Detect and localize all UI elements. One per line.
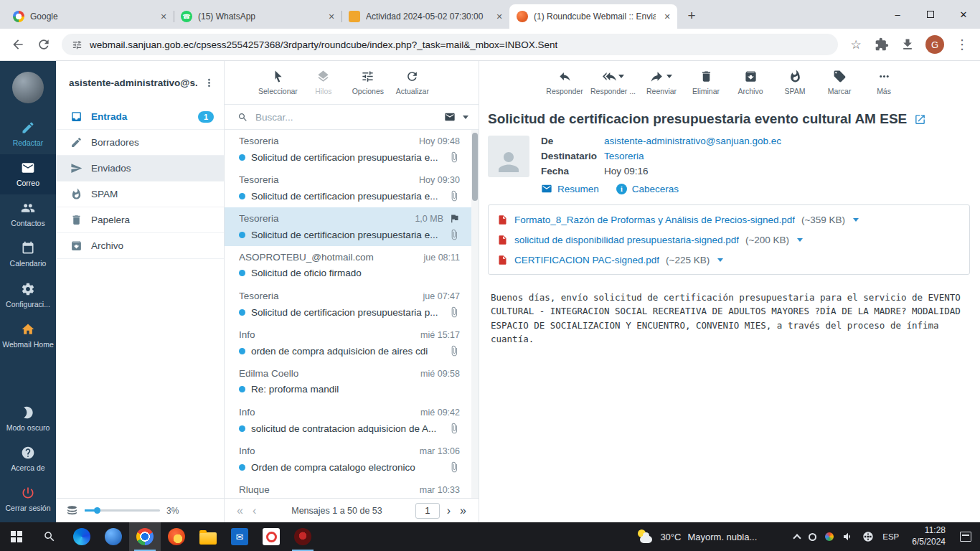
window-close-button[interactable]: ✕	[947, 0, 980, 29]
message-row[interactable]: Rluque mar 10:33	[225, 479, 479, 498]
omnibox[interactable]: webmail.sanjuan.gob.ec/cpsess2554257368/…	[62, 34, 838, 55]
toolbar-button[interactable]: Reenviar	[639, 70, 684, 95]
sidebar-item[interactable]: Calendario	[0, 235, 56, 275]
search-scope-mail-icon[interactable]	[444, 111, 456, 123]
weather-widget[interactable]: 30°C Mayorm. nubla...	[628, 522, 765, 551]
tray-color-app-icon[interactable]	[825, 532, 834, 541]
tab-close-icon[interactable]: ✕	[494, 11, 505, 22]
toolbar-button[interactable]: Archivo	[728, 70, 773, 95]
open-in-new-window-icon[interactable]	[914, 113, 926, 126]
bookmark-star-icon[interactable]: ☆	[848, 37, 864, 52]
first-page-button[interactable]: «	[235, 504, 245, 517]
unread-dot-icon[interactable]	[239, 154, 245, 161]
summary-link[interactable]: Resumen	[541, 183, 599, 194]
message-row[interactable]: Tesoreria Hoy 09:48 Solicitud de certifi…	[225, 130, 479, 169]
taskbar-app[interactable]	[161, 522, 192, 551]
taskbar-app[interactable]	[192, 522, 224, 551]
attachment-menu-caret-icon[interactable]	[717, 258, 723, 262]
browser-menu-icon[interactable]: ⋮	[954, 37, 970, 52]
toolbar-button[interactable]: Eliminar	[684, 70, 728, 95]
window-minimize-button[interactable]: –	[881, 0, 914, 29]
message-row[interactable]: Tesoreria jue 07:47 Solicitud de certifi…	[225, 285, 479, 324]
taskbar-app[interactable]	[287, 522, 319, 551]
toolbar-button[interactable]: Marcar	[817, 70, 862, 95]
taskbar-app[interactable]	[98, 522, 129, 551]
unread-dot-icon[interactable]	[239, 464, 245, 471]
volume-icon[interactable]	[842, 531, 854, 542]
page-url[interactable]: webmail.sanjuan.gob.ec/cpsess2554257368/…	[90, 39, 557, 50]
attachment-name[interactable]: solicitud de disponibilidad presupuestar…	[514, 235, 739, 245]
site-info-icon[interactable]	[72, 39, 83, 50]
sidebar-item[interactable]: Contactos	[0, 194, 56, 235]
attachment-item[interactable]: Formato_8_Razón de Proformas y Análisis …	[497, 209, 961, 230]
downloads-icon[interactable]	[900, 37, 915, 52]
toolbar-button[interactable]: Responder ...	[587, 70, 639, 95]
attachment-name[interactable]: CERTIFICACION PAC-signed.pdf	[514, 255, 659, 265]
scrollbar-thumb[interactable]	[472, 133, 478, 201]
taskbar-app[interactable]	[224, 522, 255, 551]
tab-close-icon[interactable]: ✕	[326, 11, 337, 22]
message-row[interactable]: Tesoreria Hoy 09:30 Solicitud de certifi…	[225, 169, 479, 207]
window-maximize-button[interactable]	[914, 0, 947, 29]
toolbar-button[interactable]: Actualizar	[390, 70, 435, 95]
browser-tab-google[interactable]: Google ✕	[6, 4, 174, 29]
unread-dot-icon[interactable]	[239, 193, 245, 199]
to-address-link[interactable]: Tesoreria	[604, 151, 644, 161]
folder-item[interactable]: Enviados	[56, 156, 224, 182]
toolbar-button[interactable]: Seleccionar	[255, 70, 301, 95]
attachment-menu-caret-icon[interactable]	[853, 218, 859, 222]
message-row[interactable]: Tesoreria 1,0 MB Solicitud de certificac…	[225, 207, 479, 246]
tab-close-icon[interactable]: ✕	[661, 11, 673, 22]
taskbar-app[interactable]	[129, 522, 161, 551]
attachment-menu-caret-icon[interactable]	[797, 238, 803, 242]
search-options-chevron-icon[interactable]	[463, 116, 468, 119]
folder-item[interactable]: Entrada 1	[56, 104, 224, 130]
sidebar-item[interactable]: Correo	[0, 154, 56, 194]
sidebar-item[interactable]: Acerca de	[0, 439, 56, 479]
message-row[interactable]: Info mié 15:17 orden de compra adquisici…	[225, 324, 479, 362]
toolbar-button[interactable]: Más	[862, 70, 906, 95]
taskbar-search-button[interactable]	[33, 522, 66, 551]
next-page-button[interactable]: ›	[445, 504, 453, 517]
folder-item[interactable]: SPAM	[56, 182, 224, 207]
tab-close-icon[interactable]: ✕	[158, 11, 169, 22]
folder-options-icon[interactable]	[203, 77, 215, 89]
attachment-item[interactable]: CERTIFICACION PAC-signed.pdf (~225 KB)	[497, 250, 961, 270]
message-row[interactable]: Info mié 09:42 solicitud de contratacion…	[225, 401, 479, 440]
message-row[interactable]: Info mar 13:06 Orden de compra catalogo …	[225, 440, 479, 479]
taskbar-app[interactable]	[66, 522, 98, 551]
tray-app-icon[interactable]	[809, 533, 816, 541]
action-center-button[interactable]	[951, 522, 980, 551]
unread-dot-icon[interactable]	[239, 232, 245, 238]
last-page-button[interactable]: »	[458, 504, 468, 517]
sidebar-item[interactable]: Cerrar sesión	[0, 479, 56, 519]
unread-dot-icon[interactable]	[239, 309, 245, 316]
toolbar-button[interactable]: SPAM	[773, 70, 817, 95]
page-number-input[interactable]	[415, 503, 440, 519]
previous-page-button[interactable]: ‹	[250, 504, 258, 517]
unread-dot-icon[interactable]	[239, 348, 245, 354]
attachment-name[interactable]: Formato_8_Razón de Proformas y Análisis …	[514, 215, 795, 225]
toolbar-button[interactable]: Hilos	[301, 70, 346, 95]
attachment-item[interactable]: solicitud de disponibilidad presupuestar…	[497, 230, 961, 250]
message-row[interactable]: ASOPROTEBU_@hotmail.com jue 08:11 Solici…	[225, 246, 479, 285]
unread-dot-icon[interactable]	[239, 386, 245, 392]
toolbar-button[interactable]: Responder	[542, 70, 587, 95]
sidebar-item[interactable]: Webmail Home	[0, 316, 56, 356]
browser-tab-whatsapp[interactable]: (15) WhatsApp ✕	[174, 4, 341, 29]
start-button[interactable]	[0, 522, 33, 551]
browser-tab-roundcube-active[interactable]: (1) Roundcube Webmail :: Envia ✕	[509, 4, 677, 29]
taskbar-clock[interactable]: 11:28 6/5/2024	[906, 522, 951, 551]
search-input[interactable]	[255, 112, 437, 123]
back-button[interactable]	[10, 37, 26, 52]
folder-item[interactable]: Archivo	[56, 233, 224, 259]
scrollbar[interactable]	[471, 130, 479, 498]
hidden-icons-chevron-icon[interactable]	[793, 534, 801, 542]
folder-item[interactable]: Papelera	[56, 207, 224, 233]
new-tab-button[interactable]: +	[682, 6, 702, 26]
message-row[interactable]: Edilma Coello mié 09:58 Re: proforma man…	[225, 362, 479, 401]
refresh-button[interactable]	[36, 37, 52, 52]
network-icon[interactable]	[862, 531, 874, 542]
sidebar-item[interactable]: Modo oscuro	[0, 399, 56, 439]
dropdown-caret-icon[interactable]	[618, 75, 624, 78]
